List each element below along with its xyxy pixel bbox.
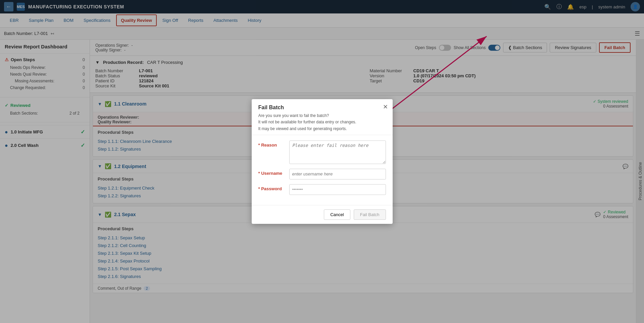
password-input[interactable] — [289, 184, 386, 195]
fail-batch-modal-button[interactable]: Fail Batch — [354, 209, 386, 220]
modal-footer: Cancel Fail Batch — [252, 205, 393, 224]
reason-input[interactable] — [289, 140, 386, 164]
modal-body: * Reason * Username * Password — [252, 135, 393, 205]
reason-label: * Reason — [258, 140, 285, 148]
modal-close-button[interactable]: ✕ — [383, 103, 388, 111]
fail-batch-modal: Fail Batch Are you sure you want to fail… — [252, 99, 393, 224]
username-label: * Username — [258, 169, 285, 176]
reason-row: * Reason — [258, 140, 386, 164]
modal-overlay: Fail Batch Are you sure you want to fail… — [0, 0, 644, 323]
cancel-button[interactable]: Cancel — [324, 209, 350, 220]
password-label: * Password — [258, 184, 285, 191]
modal-title: Fail Batch — [258, 105, 386, 111]
username-input[interactable] — [289, 169, 386, 179]
password-row: * Password — [258, 184, 386, 195]
modal-description: Are you sure you want to fail the batch?… — [258, 113, 386, 132]
username-row: * Username — [258, 169, 386, 179]
modal-header: Fail Batch Are you sure you want to fail… — [252, 99, 393, 135]
